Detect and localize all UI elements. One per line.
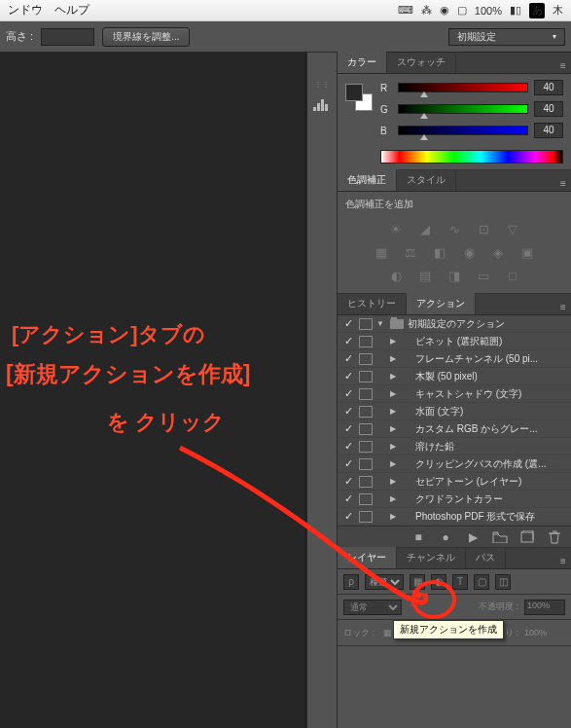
bluetooth-icon[interactable]: ⁂ [421, 4, 432, 17]
twirl-right-icon[interactable]: ▶ [390, 512, 400, 521]
invert-icon[interactable]: ◐ [386, 268, 406, 283]
airplay-icon[interactable]: ▢ [457, 4, 467, 17]
twirl-right-icon[interactable]: ▶ [390, 424, 400, 433]
posterize-icon[interactable]: ▤ [415, 268, 435, 283]
action-set-row[interactable]: ✓ ▼ 初期設定のアクション [338, 315, 571, 333]
filter-adjust-icon[interactable]: ◐ [431, 574, 446, 590]
check-icon[interactable]: ✓ [341, 475, 355, 488]
histogram-icon[interactable] [311, 93, 333, 115]
check-icon[interactable]: ✓ [341, 405, 355, 418]
b-slider[interactable] [398, 126, 528, 135]
opacity-input[interactable]: 100% [524, 600, 565, 615]
color-lookup-icon[interactable]: ▣ [517, 244, 537, 260]
layers-panel-menu-icon[interactable]: ≡ [555, 553, 571, 568]
twirl-right-icon[interactable]: ▶ [390, 494, 400, 503]
check-icon[interactable]: ✓ [341, 352, 355, 365]
filter-type-icon[interactable]: ρ [343, 574, 359, 590]
blend-mode-dropdown[interactable]: 通常 [343, 600, 402, 615]
tab-paths[interactable]: パス [466, 547, 506, 568]
action-row[interactable]: ✓▶クリッピングパスの作成 (選... [338, 455, 571, 473]
fill-input[interactable]: 100% [524, 628, 565, 637]
dialog-toggle-icon[interactable] [359, 458, 373, 470]
stop-icon[interactable]: ■ [410, 529, 427, 545]
check-icon[interactable]: ✓ [341, 457, 355, 470]
action-row[interactable]: ✓▶Photoshop PDF 形式で保存 [338, 508, 571, 526]
twirl-right-icon[interactable]: ▶ [390, 372, 400, 381]
gradient-map-icon[interactable]: ▭ [474, 268, 493, 283]
check-icon[interactable]: ✓ [341, 317, 355, 330]
actions-panel-menu-icon[interactable]: ≡ [555, 299, 571, 314]
action-row[interactable]: ✓▶ビネット (選択範囲) [338, 333, 571, 350]
dialog-toggle-icon[interactable] [359, 511, 373, 523]
refine-edge-button[interactable]: 境界線を調整... [102, 27, 190, 47]
tab-history[interactable]: ヒストリー [338, 293, 407, 314]
brightness-icon[interactable]: ☀ [386, 221, 406, 237]
tab-channels[interactable]: チャンネル [397, 547, 466, 568]
check-icon[interactable]: ✓ [341, 440, 355, 453]
height-input[interactable] [41, 28, 94, 46]
filter-pixel-icon[interactable]: ▦ [410, 574, 425, 590]
twirl-down-icon[interactable]: ▼ [376, 319, 386, 328]
filter-smart-icon[interactable]: ◫ [495, 574, 511, 590]
control-strip-icon[interactable]: ⌨ [398, 4, 413, 17]
tab-swatches[interactable]: スウォッチ [387, 52, 456, 73]
tab-layers[interactable]: レイヤー [338, 547, 397, 568]
dialog-toggle-icon[interactable] [359, 388, 373, 400]
tab-styles[interactable]: スタイル [397, 169, 456, 191]
exposure-icon[interactable]: ⊡ [474, 221, 493, 237]
action-row[interactable]: ✓▶キャストシャドウ (文字) [338, 385, 571, 403]
dialog-toggle-icon[interactable] [359, 336, 373, 347]
twirl-right-icon[interactable]: ▶ [390, 389, 400, 398]
dialog-toggle-icon[interactable] [359, 353, 373, 365]
dialog-toggle-icon[interactable] [359, 493, 373, 505]
levels-icon[interactable]: ◢ [415, 221, 435, 237]
action-row[interactable]: ✓▶フレームチャンネル (50 pi... [338, 350, 571, 368]
canvas-area[interactable] [0, 53, 306, 728]
check-icon[interactable]: ✓ [341, 510, 355, 523]
filter-type-icon2[interactable]: T [452, 574, 468, 590]
new-action-icon[interactable] [518, 529, 536, 545]
threshold-icon[interactable]: ◨ [445, 268, 464, 283]
color-spectrum[interactable] [380, 150, 563, 164]
g-slider[interactable] [398, 104, 528, 114]
new-set-icon[interactable] [491, 529, 509, 545]
clock-day[interactable]: 木 [553, 3, 563, 18]
vibrance-icon[interactable]: ▽ [503, 221, 522, 237]
play-icon[interactable]: ▶ [464, 529, 482, 545]
filter-kind-dropdown[interactable]: 種類 [365, 574, 404, 590]
twirl-right-icon[interactable]: ▶ [390, 337, 400, 346]
check-icon[interactable]: ✓ [341, 335, 355, 347]
dialog-toggle-icon[interactable] [359, 423, 373, 435]
tab-actions[interactable]: アクション [407, 293, 476, 314]
fg-bg-swatch[interactable] [345, 84, 373, 111]
lock-transparency-icon[interactable]: ▦ [380, 626, 394, 639]
r-slider[interactable] [398, 83, 528, 92]
dialog-toggle-icon[interactable] [359, 371, 373, 382]
wifi-icon[interactable]: ◉ [440, 4, 449, 17]
bw-icon[interactable]: ◧ [430, 244, 449, 260]
action-row[interactable]: ✓▶水面 (文字) [338, 403, 571, 420]
action-row[interactable]: ✓▶溶けた鉛 [338, 438, 571, 455]
twirl-right-icon[interactable]: ▶ [390, 407, 400, 416]
filter-shape-icon[interactable]: ▢ [474, 574, 489, 590]
menu-help[interactable]: ヘルプ [54, 2, 89, 18]
twirl-right-icon[interactable]: ▶ [390, 354, 400, 363]
action-row[interactable]: ✓▶木製 (50 pixel) [338, 368, 571, 385]
trash-icon[interactable] [546, 529, 563, 545]
check-icon[interactable]: ✓ [341, 370, 355, 382]
check-icon[interactable]: ✓ [341, 422, 355, 435]
g-value[interactable]: 40 [534, 101, 563, 117]
check-icon[interactable]: ✓ [341, 387, 355, 400]
dialog-toggle-icon[interactable] [359, 441, 373, 453]
dock-gripper-icon[interactable]: ⋮⋮ [310, 80, 334, 88]
selective-color-icon[interactable]: □ [503, 268, 522, 283]
photo-filter-icon[interactable]: ◉ [459, 244, 479, 260]
tab-color[interactable]: カラー [338, 52, 387, 73]
dialog-toggle-icon[interactable] [359, 476, 373, 488]
twirl-right-icon[interactable]: ▶ [390, 459, 400, 468]
action-list[interactable]: ✓ ▼ 初期設定のアクション ✓▶ビネット (選択範囲)✓▶フレームチャンネル … [338, 315, 571, 526]
hue-icon[interactable]: ▦ [372, 244, 391, 260]
r-value[interactable]: 40 [534, 80, 563, 95]
check-icon[interactable]: ✓ [341, 492, 355, 505]
record-icon[interactable]: ● [437, 529, 454, 545]
